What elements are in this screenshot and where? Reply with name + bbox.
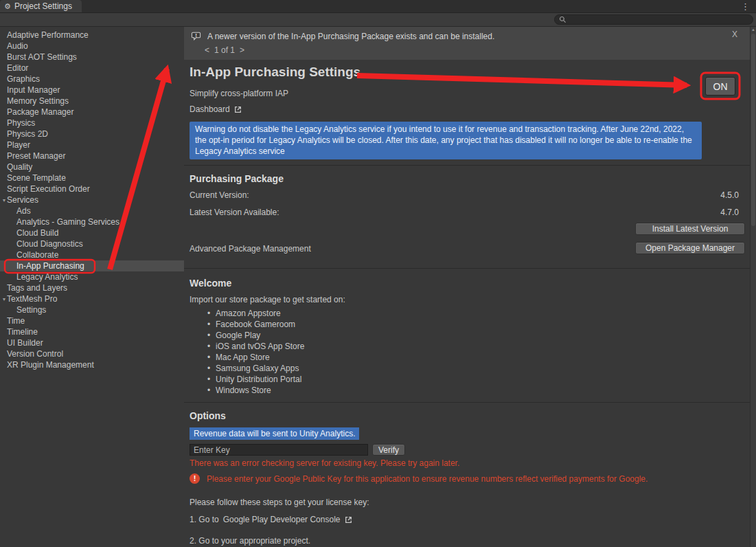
store-label: Windows Store (216, 385, 271, 396)
search-box[interactable] (554, 14, 753, 25)
store-label: Mac App Store (216, 352, 270, 363)
sidebar-item[interactable]: ▼ Tags and Layers (0, 282, 184, 293)
sidebar-item-label: Quality (7, 162, 32, 172)
sidebar-item-label: Collaborate (16, 250, 58, 260)
sidebar-item-label: UI Builder (7, 338, 43, 348)
sidebar-item-label: Timeline (7, 327, 38, 337)
store-list: • Amazon Appstore • Facebook Gameroom • … (206, 308, 304, 396)
sidebar-item-label: Services (7, 195, 38, 205)
sidebar-item-label: Package Manager (7, 107, 73, 117)
kebab-menu-icon[interactable]: ⋮ (735, 0, 756, 12)
sidebar-item[interactable]: ▼ Cloud Diagnostics (0, 238, 184, 249)
google-public-key-input[interactable] (190, 444, 368, 456)
analytics-revenue-note: Revenue data will be sent to Unity Analy… (190, 427, 359, 440)
divider (184, 268, 750, 269)
tab-project-settings[interactable]: ⚙ Project Settings (0, 0, 82, 12)
sidebar-item[interactable]: ▼ Input Manager (0, 85, 184, 96)
sidebar-item[interactable]: ▼ Collaborate (0, 249, 184, 260)
license-steps-intro: Please follow these steps to get your li… (190, 498, 369, 507)
scroll-up-icon[interactable]: ▲ (751, 27, 756, 32)
sidebar-item-label: Player (7, 140, 30, 150)
vertical-scrollbar[interactable]: ▲ (750, 27, 756, 547)
step-1-prefix: 1. Go to (190, 515, 219, 524)
store-list-item: • Samsung Galaxy Apps (206, 363, 304, 374)
sidebar-item[interactable]: ▼ Player (0, 139, 184, 150)
key-check-error-message: There was an error checking server for e… (190, 458, 459, 468)
sidebar-item[interactable]: ▼ Services (0, 194, 184, 205)
sidebar-item[interactable]: ▼ Burst AOT Settings (0, 52, 184, 63)
sidebar-item[interactable]: ▼ Legacy Analytics (0, 271, 184, 282)
notification-message: A newer version of the In-App Purchasing… (207, 32, 494, 41)
sidebar-item[interactable]: ▼ Preset Manager (0, 150, 184, 161)
sidebar-item[interactable]: ▼ Package Manager (0, 107, 184, 118)
pager-prev-icon[interactable]: < (205, 45, 209, 55)
google-play-console-link[interactable]: Google Play Developer Console (223, 515, 341, 524)
store-list-item: • Amazon Appstore (206, 308, 304, 319)
sidebar-item[interactable]: ▼ Time (0, 315, 184, 326)
sidebar-item[interactable]: ▼ Physics (0, 118, 184, 129)
current-version-label: Current Version: (190, 190, 249, 200)
divider (184, 165, 750, 166)
sidebar-item[interactable]: ▼ Graphics (0, 74, 184, 85)
store-list-item: • Mac App Store (206, 352, 304, 363)
sidebar-item[interactable]: ▼ Ads (0, 205, 184, 216)
purchasing-package-title: Purchasing Package (190, 173, 284, 184)
sidebar-item-label: XR Plugin Management (7, 360, 94, 370)
sidebar-item[interactable]: ▼ Scene Template (0, 172, 184, 183)
advanced-package-management-label: Advanced Package Management (190, 244, 311, 254)
foldout-open-icon[interactable]: ▼ (1, 195, 8, 206)
bullet-icon: • (206, 385, 211, 396)
sidebar-item[interactable]: ▼ In-App Purchasing (0, 260, 184, 271)
sidebar-item[interactable]: ▼ Audio (0, 41, 184, 52)
console-info-icon: ! (191, 31, 201, 41)
install-latest-version-button[interactable]: Install Latest Version (635, 223, 745, 235)
sidebar-item-label: Graphics (7, 74, 40, 84)
store-label: Amazon Appstore (216, 308, 281, 319)
sidebar-item[interactable]: ▼ Memory Settings (0, 96, 184, 107)
dashboard-link[interactable]: Dashboard (190, 104, 242, 114)
latest-version-value: 4.7.0 (720, 208, 739, 217)
external-link-icon[interactable] (344, 515, 353, 524)
open-package-manager-button[interactable]: Open Package Manager (635, 242, 745, 254)
foldout-open-icon[interactable]: ▼ (1, 294, 8, 305)
sidebar-item[interactable]: ▼ TextMesh Pro (0, 293, 184, 304)
sidebar-item-label: Memory Settings (7, 96, 69, 106)
sidebar-item[interactable]: ▼ Editor (0, 63, 184, 74)
close-icon[interactable]: X (732, 30, 737, 39)
search-icon (559, 16, 566, 23)
sidebar-item[interactable]: ▼ Adaptive Performance (0, 30, 184, 41)
scrollbar-thumb[interactable] (751, 34, 755, 226)
sidebar-item[interactable]: ▼ Version Control (0, 348, 184, 359)
sidebar-item[interactable]: ▼ Physics 2D (0, 129, 184, 139)
store-list-item: • Facebook Gameroom (206, 319, 304, 330)
sidebar-item[interactable]: ▼ XR Plugin Management (0, 359, 184, 370)
sidebar-item-label: Legacy Analytics (16, 272, 78, 282)
sidebar-item[interactable]: ▼ Quality (0, 161, 184, 172)
pager-next-icon[interactable]: > (240, 45, 244, 55)
store-label: Samsung Galaxy Apps (216, 363, 299, 374)
latest-version-row: Latest Version Available: 4.7.0 (190, 208, 750, 217)
iap-toggle-on-button[interactable]: ON (705, 77, 735, 96)
sidebar-item[interactable]: ▼ Cloud Build (0, 227, 184, 238)
sidebar-item[interactable]: ▼ Script Execution Order (0, 183, 184, 194)
sidebar-item[interactable]: ▼ Timeline (0, 326, 184, 337)
bullet-icon: • (206, 352, 211, 363)
sidebar-item[interactable]: ▼ Analytics - Gaming Services (0, 216, 184, 227)
sidebar-item[interactable]: ▼ Settings (0, 304, 184, 315)
sidebar-item-label: In-App Purchasing (16, 261, 84, 271)
sidebar-item[interactable]: ▼ UI Builder (0, 337, 184, 348)
page-title: In-App Purchasing Settings (190, 65, 360, 80)
store-list-item: • Google Play (206, 330, 304, 341)
store-list-item: • Windows Store (206, 385, 304, 396)
toolbar (0, 13, 756, 27)
store-label: iOS and tvOS App Store (216, 341, 304, 352)
latest-version-label: Latest Version Available: (190, 208, 279, 217)
tab-strip: ⚙ Project Settings ⋮ (0, 0, 756, 13)
welcome-intro: Import our store package to get started … (190, 295, 345, 304)
sidebar-item-label: Tags and Layers (7, 283, 67, 293)
settings-content: ! A newer version of the In-App Purchasi… (184, 27, 756, 547)
verify-key-button[interactable]: Verify (372, 444, 405, 456)
search-input[interactable] (569, 16, 748, 24)
sidebar-item-label: Script Execution Order (7, 184, 90, 194)
welcome-title: Welcome (190, 278, 231, 289)
